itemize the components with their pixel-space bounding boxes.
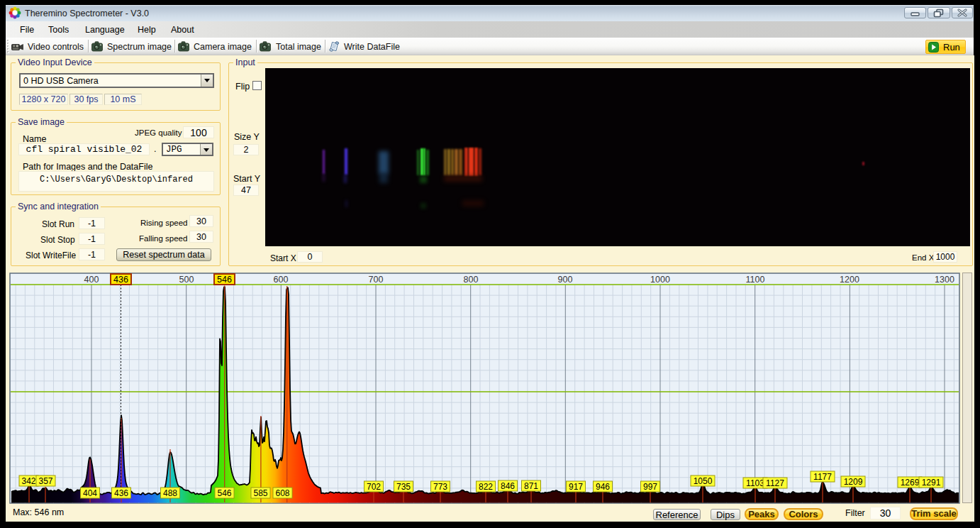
svg-text:946: 946: [596, 482, 610, 492]
svg-text:900: 900: [558, 275, 573, 285]
svg-text:997: 997: [643, 482, 657, 492]
svg-text:585: 585: [253, 488, 267, 498]
svg-text:488: 488: [163, 488, 177, 498]
svg-text:1050: 1050: [694, 476, 713, 486]
svg-text:608: 608: [275, 488, 289, 498]
svg-text:1291: 1291: [922, 478, 941, 488]
svg-text:700: 700: [369, 275, 384, 285]
svg-text:546: 546: [217, 488, 231, 498]
svg-text:404: 404: [83, 488, 97, 498]
svg-text:822: 822: [479, 482, 493, 492]
svg-text:846: 846: [501, 481, 515, 491]
svg-text:702: 702: [367, 482, 381, 492]
svg-text:436: 436: [113, 275, 128, 285]
svg-text:917: 917: [569, 482, 583, 492]
svg-text:342: 342: [21, 476, 35, 486]
svg-text:871: 871: [524, 481, 538, 491]
svg-text:600: 600: [274, 275, 289, 285]
svg-text:735: 735: [396, 482, 411, 492]
svg-text:357: 357: [38, 476, 52, 486]
svg-text:436: 436: [114, 488, 128, 498]
svg-text:800: 800: [464, 275, 479, 285]
svg-text:1100: 1100: [746, 275, 765, 285]
svg-text:1000: 1000: [650, 275, 670, 285]
svg-text:1103: 1103: [746, 478, 764, 488]
svg-text:1127: 1127: [766, 478, 784, 488]
svg-text:773: 773: [433, 482, 447, 492]
svg-text:546: 546: [217, 275, 232, 285]
svg-text:1209: 1209: [844, 477, 863, 487]
svg-text:1269: 1269: [901, 478, 920, 488]
svg-text:500: 500: [179, 275, 194, 285]
svg-text:1177: 1177: [813, 472, 832, 482]
svg-text:1200: 1200: [840, 275, 859, 285]
svg-text:1300: 1300: [935, 275, 954, 285]
svg-text:400: 400: [84, 275, 99, 285]
